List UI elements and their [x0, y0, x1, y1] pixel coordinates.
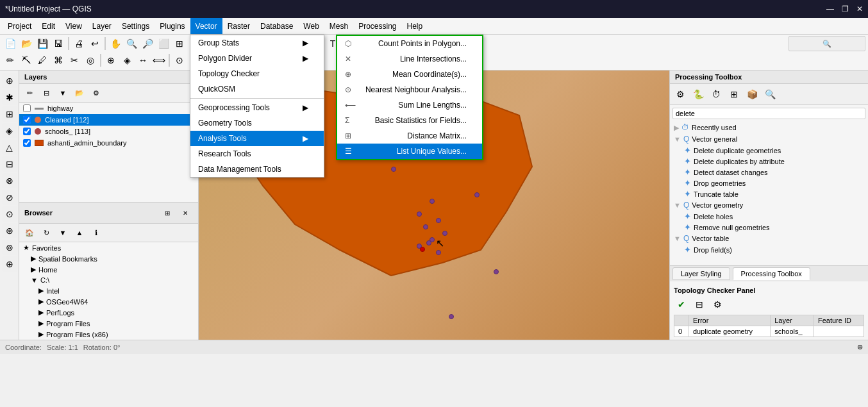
tree-recently-used[interactable]: ▶ ⏱ Recently used	[670, 122, 868, 133]
strip-btn-8[interactable]: ⊘	[2, 190, 17, 205]
tree-delete-holes[interactable]: ✦ Delete holes	[670, 211, 868, 222]
window-controls[interactable]: — ❐ ✕	[826, 4, 863, 13]
strip-btn-6[interactable]: ⊟	[2, 156, 17, 172]
browser-osgeo[interactable]: ▶ OSGeo4W64	[19, 296, 198, 307]
menu-processing[interactable]: Processing	[353, 18, 401, 34]
pt-btn-6[interactable]: 🔍	[762, 87, 778, 102]
digitize-btn-1[interactable]: ✏	[3, 53, 18, 68]
dropdown-topology-checker[interactable]: Topology Checker	[199, 71, 324, 81]
browser-program-files[interactable]: ▶ Program Files	[19, 318, 198, 329]
zoom-out-button[interactable]: 🔎	[140, 36, 155, 51]
browser-filter-btn[interactable]: ▼	[55, 225, 71, 240]
submenu-nearest-neighbour[interactable]: ⊙ Nearest Neighbour Analysis...	[337, 82, 482, 97]
zoom-extent-button[interactable]: ⬜	[156, 36, 171, 51]
filter-layer-btn[interactable]: ▼	[55, 85, 71, 101]
pt-btn-2[interactable]: 🐍	[690, 87, 706, 102]
browser-refresh-btn[interactable]: ↻	[38, 225, 54, 240]
menu-vector[interactable]: Vector	[190, 18, 222, 34]
tc-clear-btn[interactable]: ⊟	[692, 297, 707, 312]
browser-bookmarks[interactable]: ▶ Spatial Bookmarks	[19, 253, 198, 264]
scale-btn[interactable]: ⟺	[151, 53, 167, 68]
strip-btn-12[interactable]: ⊕	[2, 256, 17, 272]
strip-btn-3[interactable]: ⊞	[2, 106, 17, 122]
undo-button[interactable]: ↩	[87, 36, 103, 51]
menu-mesh[interactable]: Mesh	[324, 18, 353, 34]
maximize-button[interactable]: ❐	[842, 4, 849, 13]
layer-checkbox-highway[interactable]	[23, 104, 31, 112]
digitize-btn-6[interactable]: ◎	[83, 53, 98, 68]
browser-home[interactable]: ▶ Home	[19, 264, 198, 275]
tree-truncate-table[interactable]: ✦ Truncate table	[670, 188, 868, 199]
browser-perflogs[interactable]: ▶ PerfLogs	[19, 307, 198, 318]
menu-help[interactable]: Help	[402, 18, 428, 34]
menu-settings[interactable]: Settings	[117, 18, 154, 34]
menu-plugins[interactable]: Plugins	[154, 18, 190, 34]
layer-checkbox-schools[interactable]	[23, 128, 31, 135]
dropdown-analysis-tools[interactable]: Analysis Tools ▶	[199, 131, 324, 146]
strip-btn-10[interactable]: ⊛	[2, 223, 17, 238]
layer-checkbox-cleaned[interactable]	[23, 116, 31, 124]
zoom-layer-button[interactable]: ⊞	[172, 36, 187, 51]
tree-remove-null-geom[interactable]: ✦ Remove null geometries	[670, 222, 868, 233]
add-layer-btn[interactable]: ✏	[22, 85, 37, 101]
menu-raster[interactable]: Raster	[222, 18, 255, 34]
digitize-btn-2[interactable]: ⛏	[19, 53, 34, 68]
open-layer-btn[interactable]: 📂	[72, 85, 87, 101]
strip-btn-9[interactable]: ⊙	[2, 206, 17, 222]
processing-search-input[interactable]	[672, 108, 865, 119]
tree-delete-duplicates-attr[interactable]: ✦ Delete duplicates by attribute	[670, 156, 868, 167]
pan-button[interactable]: ✋	[108, 36, 123, 51]
save-as-button[interactable]: 🖫	[51, 36, 66, 51]
tab-processing-toolbox[interactable]: Processing Toolbox	[733, 267, 810, 280]
tree-delete-duplicate-geom[interactable]: ✦ Delete duplicate geometries	[670, 145, 868, 156]
menu-database[interactable]: Database	[255, 18, 298, 34]
tc-validate-btn[interactable]: ✔	[674, 297, 689, 312]
menu-layer[interactable]: Layer	[87, 18, 117, 34]
tree-vector-table[interactable]: ▼ Q Vector table	[670, 233, 868, 244]
tree-vector-geometry[interactable]: ▼ Q Vector geometry	[670, 199, 868, 211]
table-row[interactable]: 0 duplicate geometry schools_	[674, 326, 864, 337]
pt-btn-5[interactable]: 📦	[744, 87, 760, 102]
layer-checkbox-boundary[interactable]	[23, 139, 31, 147]
vertex-btn[interactable]: ◈	[119, 53, 135, 68]
browser-info-btn[interactable]: ℹ	[88, 225, 104, 240]
rotate-btn[interactable]: ↔	[135, 53, 151, 68]
strip-btn-4[interactable]: ◈	[2, 123, 17, 138]
remove-layer-btn[interactable]: ⊟	[38, 85, 54, 101]
pt-btn-3[interactable]: ⏱	[708, 87, 724, 102]
close-button[interactable]: ✕	[856, 4, 863, 13]
browser-resize-btn[interactable]: ⊞	[160, 205, 175, 220]
menu-edit[interactable]: Edit	[37, 18, 60, 34]
dropdown-research-tools[interactable]: Research Tools	[199, 146, 324, 162]
snap-btn[interactable]: ⊕	[103, 53, 119, 68]
tab-layer-styling[interactable]: Layer Styling	[672, 267, 730, 280]
dropdown-geoprocessing[interactable]: Geoprocessing Tools ▶	[199, 100, 324, 115]
dropdown-quickosm[interactable]: QuickOSM	[199, 81, 324, 97]
layer-item-schools[interactable]: schools_ [113]	[19, 126, 198, 137]
menu-web[interactable]: Web	[298, 18, 324, 34]
browser-home-btn[interactable]: 🏠	[22, 225, 37, 240]
dropdown-geometry-tools[interactable]: Geometry Tools	[199, 115, 324, 131]
layer-item-boundary[interactable]: ashanti_admin_boundary	[19, 137, 198, 149]
strip-btn-2[interactable]: ✱	[2, 90, 17, 105]
tc-config-btn[interactable]: ⚙	[710, 297, 725, 312]
digitize-btn-3[interactable]: 🖊	[35, 53, 50, 68]
tree-drop-fields[interactable]: ✦ Drop field(s)	[670, 244, 868, 255]
submenu-list-unique-values[interactable]: ☰ List Unique Values...	[337, 144, 482, 159]
submenu-distance-matrix[interactable]: ⊞ Distance Matrix...	[337, 128, 482, 144]
layer-props-btn[interactable]: ⚙	[88, 85, 104, 101]
submenu-mean-coordinates[interactable]: ⊕ Mean Coordinate(s)...	[337, 71, 482, 82]
tree-drop-geometries[interactable]: ✦ Drop geometries	[670, 178, 868, 188]
browser-c-drive[interactable]: ▼ C:\	[19, 275, 198, 285]
save-project-button[interactable]: 💾	[35, 36, 50, 51]
strip-btn-5[interactable]: △	[2, 140, 17, 155]
browser-program-files-x86[interactable]: ▶ Program Files (x86)	[19, 329, 198, 340]
tree-detect-dataset-changes[interactable]: ✦ Detect dataset changes	[670, 167, 868, 178]
strip-btn-7[interactable]: ⊗	[2, 173, 17, 188]
zoom-in-button[interactable]: 🔍	[124, 36, 139, 51]
browser-intel[interactable]: ▶ Intel	[19, 285, 198, 296]
submenu-sum-line-lengths[interactable]: ⟵ Sum Line Lengths...	[337, 97, 482, 113]
map-area[interactable]: Group Stats ▶ Polygon Divider ▶ Topology…	[199, 71, 669, 340]
pt-btn-1[interactable]: ⚙	[672, 87, 688, 102]
pt-btn-4[interactable]: ⊞	[726, 87, 742, 102]
